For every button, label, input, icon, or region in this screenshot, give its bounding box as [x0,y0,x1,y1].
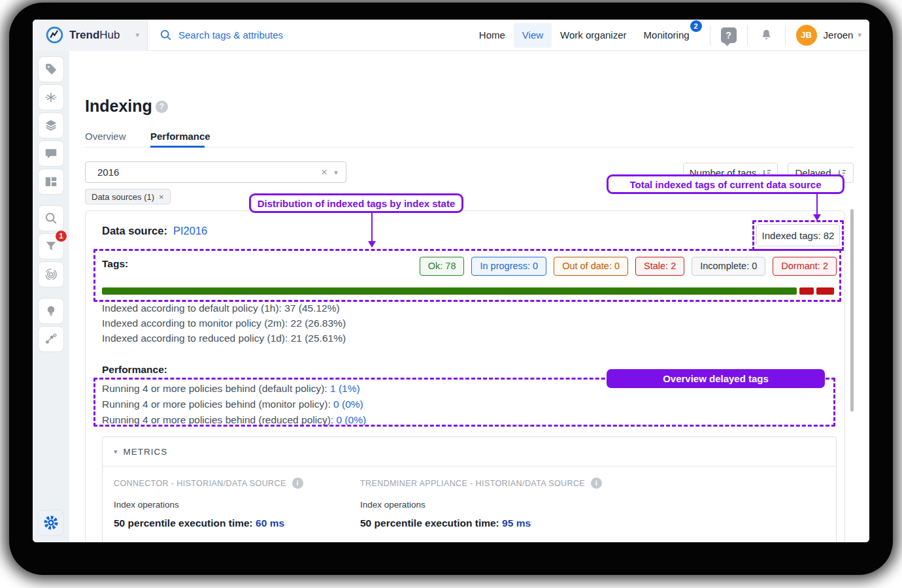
gear-icon [43,515,59,531]
nav-item-work-organizer[interactable]: Work organizer [552,23,635,48]
sidebar-search-button[interactable] [38,205,64,231]
global-search[interactable]: Search tags & attributes [159,29,283,41]
navbar-divider [785,25,786,45]
lightbulb-icon [44,304,58,318]
policy-line: Indexed according to default policy (1h)… [102,301,346,316]
policy-line: Indexed according to reduced policy (1d)… [102,331,346,346]
nav-item-view[interactable]: View [514,23,552,48]
left-sidebar: 1 [33,51,69,542]
badge-ok[interactable]: Ok: 78 [420,257,465,276]
metrics-group-label: Index operations [114,500,303,510]
metrics-column-connector: CONNECTOR - HISTORIAN/DATA SOURCE i Inde… [114,478,303,529]
graph-nodes-icon [44,332,58,346]
chip-remove-icon[interactable]: × [159,192,164,202]
sidebar-calculations-button[interactable] [38,84,64,110]
annotation-arrow [368,213,376,248]
page-help-icon[interactable]: ? [156,101,168,113]
badge-dormant[interactable]: Dormant: 2 [773,257,837,276]
tag-state-badges: Ok: 78 In progress: 0 Out of date: 0 Sta… [420,257,837,276]
delayed-line: Running 4 or more policies behind (monit… [102,397,366,412]
badge-incomplete[interactable]: Incomplete: 0 [692,257,765,276]
navbar-divider [710,25,710,45]
sidebar-comments-button[interactable] [38,140,64,167]
notifications-bell-icon[interactable] [760,28,773,42]
help-icon[interactable]: ? [721,27,737,43]
bar-segment-stale [799,287,813,295]
tab-overview[interactable]: Overview [85,131,126,142]
sidebar-group-gap [33,289,69,298]
metrics-collapse-header[interactable]: ▾ METRICS [103,437,836,466]
annotation-arrow [813,194,821,221]
nav-item-monitoring[interactable]: Monitoring 2 [635,23,698,48]
sparkle-icon [44,90,58,105]
metrics-column-appliance: TRENDMINER APPLIANCE - HISTORIAN/DATA SO… [360,478,602,529]
datasource-name-link[interactable]: PI2016 [173,225,207,237]
annotation-total-indexed-tags: Total indexed tags of current data sourc… [607,174,844,194]
brand-menu[interactable]: TrendHub ▾ [33,20,148,51]
data-sources-chip[interactable]: Data sources (1) × [85,189,171,204]
sidebar-group-gap [33,197,69,205]
delayed-line: Running 4 or more policies behind (reduc… [102,412,366,428]
bar-segment-dormant [816,287,834,295]
metrics-panel: ▾ METRICS CONNECTOR - HISTORIAN/DATA SOU… [102,436,837,542]
nav-item-home[interactable]: Home [471,23,514,48]
metric-line: 50 percentile execution time: 95 ms [360,517,602,529]
annotation-overview-delayed-tags: Overview delayed tags [607,369,825,388]
user-avatar[interactable]: JB [796,25,817,46]
badge-in-progress[interactable]: In progress: 0 [471,257,546,276]
tag-icon [44,62,58,76]
badge-stale[interactable]: Stale: 2 [635,257,684,276]
page-title: Indexing [85,97,152,116]
tab-performance[interactable]: Performance [150,131,210,142]
filter-count-badge: 1 [56,231,67,242]
datasource-label: Data source: [102,225,167,237]
metric-line: 50 percentile execution time: 60 ms [114,517,303,529]
filter-clear-icon[interactable]: × [314,166,334,179]
sidebar-context-graph-button[interactable] [38,326,64,352]
metrics-title: METRICS [124,447,168,457]
filter-select-value: 2016 [97,167,119,178]
metrics-column-title: CONNECTOR - HISTORIAN/DATA SOURCE i [114,478,303,489]
sidebar-tags-button[interactable] [38,56,64,82]
bar-segment-ok [102,287,797,295]
datasource-filter-select[interactable]: 2016 × ▾ [85,161,346,183]
brand-chevron-down-icon[interactable]: ▾ [135,31,139,39]
sidebar-fingerprint-button[interactable] [38,261,64,287]
sidebar-settings-button[interactable] [38,510,64,536]
layers-icon [44,118,58,133]
monitoring-badge: 2 [690,20,702,32]
sidebar-dashboard-button[interactable] [38,169,64,195]
metrics-group-label: Index operations [360,500,602,510]
app-window: TrendHub ▾ Search tags & attributes Home… [33,20,869,542]
comment-icon [44,146,58,161]
annotation-distribution: Distribution of indexed tags by index st… [249,193,463,213]
sidebar-layers-button[interactable] [38,112,64,139]
filter-chevron-down-icon[interactable]: ▾ [334,168,338,177]
search-icon [44,211,58,225]
tags-label: Tags: [102,258,128,270]
performance-label: Performance: [102,364,167,376]
policy-line: Indexed according to monitor policy (2m)… [102,316,346,331]
search-label: Search tags & attributes [178,29,283,41]
user-name: Jeroen [824,29,854,41]
main-region: 1 Indexing ? Overview Perfo [33,51,869,542]
screenshot-canvas: TrendHub ▾ Search tags & attributes Home… [0,0,902,588]
top-navbar: TrendHub ▾ Search tags & attributes Home… [33,20,869,51]
filter-funnel-icon [44,239,58,253]
badge-out-of-date[interactable]: Out of date: 0 [554,257,628,276]
sidebar-suggestions-button[interactable] [38,298,64,324]
navbar-right: Home View Work organizer Monitoring 2 ? … [471,20,869,50]
delayed-summary: Running 4 or more policies behind (defau… [102,381,366,428]
metrics-column-title: TRENDMINER APPLIANCE - HISTORIAN/DATA SO… [360,478,602,489]
vertical-scrollbar[interactable] [850,209,854,412]
fingerprint-icon [44,267,58,282]
policy-summary: Indexed according to default policy (1h)… [102,301,346,346]
info-icon[interactable]: i [292,478,303,489]
chevron-down-icon: ▾ [114,448,118,456]
info-icon[interactable]: i [591,478,602,489]
trendhub-logo-icon [46,26,63,44]
user-menu-chevron-down-icon[interactable]: ▾ [858,31,861,39]
sidebar-filter-button[interactable]: 1 [38,233,64,259]
navbar-divider [747,25,748,45]
indexed-tags-count: Indexed tags: 82 [756,224,840,246]
